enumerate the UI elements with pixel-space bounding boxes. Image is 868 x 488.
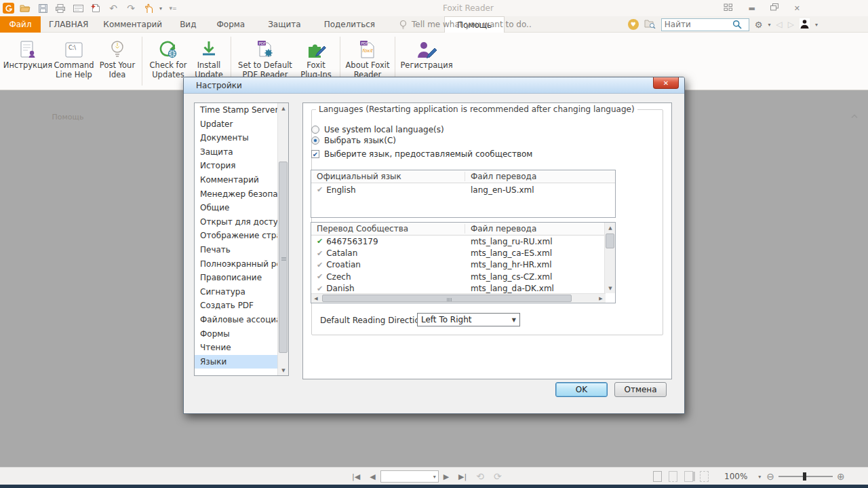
- reading-direction-dropdown[interactable]: Left To Right ▼: [417, 313, 520, 326]
- install-update-button[interactable]: Install Update: [192, 35, 226, 79]
- email-document-icon[interactable]: [71, 2, 85, 14]
- minimize-icon[interactable]: ▬: [748, 4, 755, 13]
- scroll-right-icon[interactable]: ▶: [596, 294, 606, 303]
- community-table-vscrollbar[interactable]: ▲ ▼: [604, 223, 615, 293]
- category-item[interactable]: Чтение: [195, 341, 277, 355]
- scroll-down-icon[interactable]: ▼: [278, 365, 289, 375]
- command-line-help-button[interactable]: C:\ Command Line Help: [53, 35, 95, 79]
- radio-icon[interactable]: [311, 126, 319, 134]
- next-page-icon[interactable]: ▶: [443, 472, 449, 481]
- single-page-view-icon[interactable]: [653, 471, 662, 482]
- tab-view[interactable]: Вид: [176, 16, 200, 33]
- table-row[interactable]: ✔Catalan mts_lang_ca-ES.xml: [311, 247, 606, 259]
- previous-page-icon[interactable]: ◀: [370, 472, 375, 481]
- check-for-updates-button[interactable]: Check for Updates: [147, 35, 189, 79]
- foxit-plugins-button[interactable]: Foxit Plug-Ins: [297, 35, 335, 79]
- restore-icon[interactable]: [770, 3, 779, 13]
- radio-choose-language[interactable]: Выбрать язык(C): [311, 136, 396, 145]
- gear-dropdown-icon[interactable]: ▾: [768, 22, 771, 28]
- close-icon[interactable]: ✕: [794, 4, 800, 13]
- undo-icon[interactable]: ↶: [106, 2, 120, 14]
- facing-view-icon[interactable]: [684, 471, 693, 482]
- search-input[interactable]: [665, 20, 732, 29]
- table-row[interactable]: ✔Czech mts_lang_cs-CZ.xml: [311, 271, 606, 282]
- category-item[interactable]: Сигнатура: [195, 285, 277, 299]
- tab-file[interactable]: Файл: [0, 16, 41, 33]
- open-file-icon[interactable]: [18, 2, 32, 14]
- category-item[interactable]: Создать PDF: [195, 299, 277, 313]
- category-item[interactable]: Комментарий: [195, 173, 277, 187]
- zoom-out-icon[interactable]: ⊖: [766, 471, 774, 482]
- first-page-icon[interactable]: |◀: [352, 472, 360, 481]
- feedback-heart-icon[interactable]: ♥: [628, 19, 639, 30]
- checkbox-checked-icon[interactable]: ✔: [311, 150, 319, 158]
- scroll-up-icon[interactable]: ▲: [278, 103, 289, 113]
- page-dropdown-icon[interactable]: ▾: [433, 474, 436, 480]
- hand-tool-icon[interactable]: [142, 2, 155, 14]
- set-default-reader-button[interactable]: PDF Set to Default PDF Reader: [236, 35, 294, 79]
- dialog-title-bar[interactable]: Настройки ✕: [184, 77, 684, 94]
- redo-icon[interactable]: ↷: [124, 2, 138, 14]
- community-table-hscrollbar[interactable]: ◀ ▶: [311, 293, 606, 303]
- registration-button[interactable]: Регистрация: [400, 35, 453, 71]
- print-icon[interactable]: [54, 2, 67, 14]
- scroll-down-icon[interactable]: ▼: [605, 283, 616, 293]
- category-item[interactable]: Файловые ассоциации: [195, 313, 277, 327]
- forward-icon[interactable]: ▷: [788, 20, 794, 29]
- hand-tool-dropdown-icon[interactable]: ▾: [159, 5, 162, 12]
- table-row[interactable]: ✔English lang_en-US.xml: [311, 183, 615, 196]
- tab-comment[interactable]: Комментарий: [99, 16, 166, 33]
- search-icon[interactable]: [732, 20, 742, 29]
- category-item[interactable]: Открыт для доступа: [195, 215, 277, 229]
- instruction-button[interactable]: Инструкция: [5, 35, 50, 71]
- category-item[interactable]: Формы: [195, 327, 277, 341]
- last-page-icon[interactable]: ▶|: [458, 472, 467, 481]
- scrollbar-thumb[interactable]: [606, 233, 614, 248]
- category-item[interactable]: Общие: [195, 201, 277, 215]
- tab-home[interactable]: ГЛАВНАЯ: [45, 16, 92, 33]
- category-item[interactable]: Отображение страниц: [195, 229, 277, 243]
- foxit-logo-icon[interactable]: [3, 3, 14, 14]
- tab-protect[interactable]: Защита: [264, 16, 305, 33]
- rotate-right-icon[interactable]: ⟳: [494, 471, 502, 482]
- checkbox-community-language[interactable]: ✔ Выберите язык, предоставляемый сообщес…: [311, 149, 532, 159]
- about-foxit-button[interactable]: PDFfoxit About Foxit Reader: [345, 35, 390, 79]
- search-folder-icon[interactable]: [644, 19, 656, 31]
- back-icon[interactable]: ◁: [776, 20, 783, 29]
- collapse-ribbon-icon[interactable]: [850, 111, 859, 121]
- zoom-level-value[interactable]: 100%: [724, 472, 747, 481]
- workspace-icon[interactable]: [724, 3, 733, 14]
- user-avatar-icon[interactable]: [800, 18, 810, 31]
- category-item[interactable]: Защита: [195, 145, 277, 159]
- ok-button[interactable]: OK: [555, 382, 608, 397]
- page-number-input[interactable]: [389, 472, 433, 482]
- cancel-button[interactable]: Отмена: [614, 382, 667, 397]
- save-icon[interactable]: [36, 2, 50, 14]
- category-item[interactable]: Updater: [195, 117, 277, 132]
- zoom-dropdown-icon[interactable]: ▾: [758, 474, 761, 480]
- category-item[interactable]: Time Stamp Servers: [195, 103, 277, 117]
- post-your-idea-button[interactable]: Post Your Idea: [98, 35, 137, 79]
- tab-form[interactable]: Форма: [212, 16, 249, 33]
- category-item[interactable]: Документы: [195, 131, 277, 145]
- page-number-box[interactable]: ▾: [380, 470, 439, 483]
- continuous-view-icon[interactable]: [669, 471, 677, 482]
- zoom-in-icon[interactable]: ⊕: [837, 471, 845, 482]
- category-list-scrollbar[interactable]: ▲ ▼: [277, 103, 288, 375]
- zoom-slider[interactable]: [778, 476, 833, 477]
- category-item[interactable]: Печать: [195, 243, 277, 257]
- tab-share[interactable]: Поделиться: [320, 16, 379, 33]
- zoom-slider-thumb[interactable]: [803, 472, 806, 481]
- new-document-icon[interactable]: [89, 2, 102, 14]
- table-row[interactable]: ✔Croatian mts_lang_hr-HR.xml: [311, 259, 606, 271]
- radio-selected-icon[interactable]: [311, 136, 319, 145]
- tell-me-box[interactable]: Tell me what you want to do..: [399, 16, 532, 33]
- settings-gear-icon[interactable]: ⚙: [755, 20, 763, 30]
- continuous-facing-view-icon[interactable]: [700, 471, 709, 482]
- scroll-up-icon[interactable]: ▲: [605, 223, 616, 233]
- customize-toolbar-icon[interactable]: ▾=: [166, 2, 180, 14]
- scrollbar-thumb[interactable]: [322, 295, 572, 302]
- table-row[interactable]: ✔6467563179 mts_lang_ru-RU.xml: [311, 236, 606, 247]
- category-item[interactable]: Полноэкранный режим: [195, 257, 277, 271]
- scroll-left-icon[interactable]: ◀: [311, 294, 321, 303]
